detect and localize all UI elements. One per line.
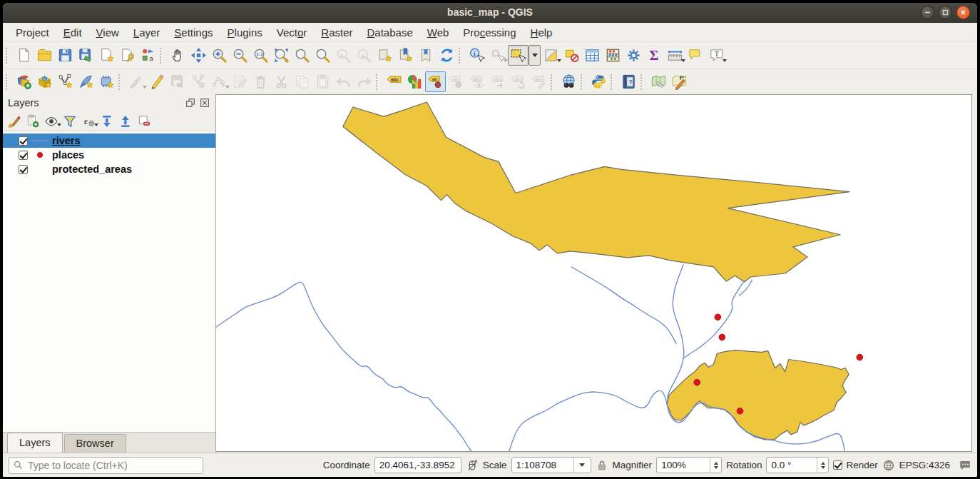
- toolbar-button-zoom-to-selection[interactable]: [292, 45, 312, 66]
- lock-scale-icon[interactable]: [596, 459, 608, 472]
- toolbar-button-zoom-out[interactable]: [230, 45, 250, 66]
- toolbar-button-zoom-native[interactable]: 1:1: [250, 45, 271, 66]
- crs-status[interactable]: EPSG:4326: [899, 460, 950, 470]
- layers-toolbar-remove-layer[interactable]: [136, 113, 153, 130]
- toolbar-button-zoom-full[interactable]: [271, 45, 292, 66]
- scale-combo[interactable]: 1:108708: [511, 457, 591, 473]
- toolbar-button-deselect-features[interactable]: [561, 45, 582, 66]
- toolbar-button-new-print-layout[interactable]: [96, 45, 117, 66]
- toolbar-button-help-contents[interactable]: ?: [618, 71, 639, 92]
- menu-view[interactable]: View: [89, 24, 126, 41]
- toolbar-button-show-hide-labels[interactable]: abc: [466, 71, 487, 92]
- toolbar-button-current-edits[interactable]: [126, 71, 147, 92]
- toolbar-button-save-project-as[interactable]: [76, 45, 96, 66]
- toolbar-button-pin-unpin-labels[interactable]: ab: [425, 71, 446, 92]
- menu-web[interactable]: Web: [420, 24, 456, 41]
- menu-raster[interactable]: Raster: [314, 24, 359, 41]
- chevron-down-icon[interactable]: [573, 458, 591, 473]
- menu-plugins[interactable]: Plugins: [220, 24, 270, 41]
- messages-icon[interactable]: [959, 459, 971, 472]
- spinner-arrows-icon[interactable]: [817, 458, 828, 473]
- toolbar-button-toggle-editing[interactable]: [147, 71, 168, 92]
- layers-toolbar-manage-map-themes[interactable]: [43, 113, 60, 130]
- minimize-button[interactable]: [921, 6, 934, 19]
- toolbar-button-undo[interactable]: [333, 71, 354, 92]
- toolbar-button-cut-features[interactable]: [271, 71, 292, 92]
- toolbar-button-save-project[interactable]: [55, 45, 76, 66]
- toolbar-button-plugin-map-tool-2[interactable]: [669, 71, 690, 92]
- toolbar-button-new-shapefile-layer[interactable]: [55, 71, 76, 92]
- toolbar-button-zoom-to-layer[interactable]: [312, 45, 333, 66]
- toolbar-button-python-console[interactable]: [588, 71, 609, 92]
- close-button[interactable]: [956, 6, 970, 19]
- toolbar-handle[interactable]: [640, 74, 646, 90]
- menu-project[interactable]: Project: [9, 24, 56, 41]
- tab-browser[interactable]: Browser: [64, 434, 126, 453]
- maximize-button[interactable]: [939, 6, 952, 19]
- toolbar-button-statistical-summary[interactable]: Σ: [644, 45, 665, 66]
- locate-input[interactable]: [9, 457, 203, 474]
- toolbar-button-open-project[interactable]: [34, 45, 55, 66]
- toolbar-button-metasearch[interactable]: [558, 71, 579, 92]
- spinner-arrows-icon[interactable]: [710, 458, 721, 473]
- layer-checkbox[interactable]: [19, 165, 28, 174]
- layers-toolbar-collapse-all[interactable]: [117, 113, 134, 130]
- menu-processing[interactable]: Processing: [456, 24, 523, 41]
- coordinate-input[interactable]: 20.4061,-33.8952: [374, 457, 461, 473]
- toolbar-button-new-virtual-layer[interactable]: [96, 71, 117, 92]
- render-checkbox[interactable]: [833, 460, 842, 470]
- toolbar-handle[interactable]: [581, 74, 586, 90]
- toolbar-button-pan-map[interactable]: [168, 45, 188, 66]
- layers-toolbar-filter-legend[interactable]: [61, 113, 78, 130]
- toolbar-button-add-feature[interactable]: [188, 71, 209, 92]
- toolbar-button-copy-features[interactable]: [292, 71, 312, 92]
- menu-edit[interactable]: Edit: [56, 24, 89, 41]
- layer-item-protected_areas[interactable]: protected_areas: [3, 162, 215, 176]
- toolbar-button-open-data-source-manager[interactable]: [14, 71, 34, 92]
- toolbar-button-new-geopackage-layer[interactable]: [34, 71, 55, 92]
- toolbar-button-text-annotation[interactable]: T: [706, 45, 727, 66]
- toolbar-button-redo[interactable]: [354, 71, 374, 92]
- toolbar-handle[interactable]: [376, 74, 382, 90]
- toolbar-button-move-label[interactable]: abc: [487, 71, 508, 92]
- map-canvas[interactable]: [216, 94, 972, 452]
- layers-toolbar-expand-all[interactable]: [98, 113, 116, 130]
- toolbar-button-zoom-in[interactable]: [209, 45, 230, 66]
- toolbar-button-delete-selected[interactable]: [250, 71, 271, 92]
- toolbar-button-plugin-map-tool-1[interactable]: [648, 71, 669, 92]
- toolbar-button-select-features-rectangle-dropdown[interactable]: [529, 45, 541, 66]
- toolbar-button-highlight-pinned-labels[interactable]: ab: [446, 71, 466, 92]
- toolbar-handle[interactable]: [459, 48, 464, 64]
- toolbar-button-open-attribute-table[interactable]: [582, 45, 603, 66]
- toolbar-handle[interactable]: [118, 74, 124, 90]
- toolbar-button-layer-labeling-options[interactable]: abc: [384, 71, 404, 92]
- toolbar-button-zoom-next[interactable]: [354, 45, 374, 66]
- menu-vector[interactable]: Vector: [270, 24, 315, 41]
- toolbar-button-show-layout-manager[interactable]: [117, 45, 138, 66]
- layer-checkbox[interactable]: [19, 136, 28, 146]
- toolbar-button-rotate-label[interactable]: abc: [508, 71, 529, 92]
- toolbar-button-new-spatial-bookmark[interactable]: [374, 45, 395, 66]
- menu-layer[interactable]: Layer: [126, 24, 168, 41]
- crs-globe-icon[interactable]: [882, 459, 895, 472]
- chevron-down-icon[interactable]: [723, 59, 727, 62]
- toolbar-button-map-tips[interactable]: [685, 45, 706, 66]
- toolbar-button-refresh-map[interactable]: [437, 45, 457, 66]
- toolbar-handle[interactable]: [551, 74, 556, 90]
- toolbar-button-style-manager[interactable]: a: [138, 45, 158, 66]
- menu-help[interactable]: Help: [524, 24, 560, 41]
- layers-toolbar-add-group[interactable]: [24, 113, 41, 130]
- toolbar-button-vertex-tool[interactable]: [209, 71, 230, 92]
- toolbar-button-select-features-by-value[interactable]: [541, 45, 561, 66]
- title-bar[interactable]: basic_map - QGIS: [3, 3, 977, 23]
- toolbar-button-change-label[interactable]: abc: [529, 71, 549, 92]
- layer-item-places[interactable]: places: [3, 148, 215, 162]
- toolbar-button-processing-toolbox[interactable]: [623, 45, 644, 66]
- toolbar-button-bookmark-manager[interactable]: [416, 45, 437, 66]
- toolbar-button-zoom-last[interactable]: [333, 45, 354, 66]
- layers-toolbar-open-layer-styling[interactable]: [6, 113, 23, 130]
- toolbar-button-open-field-calculator[interactable]: [603, 45, 623, 66]
- rotation-spinbox[interactable]: 0.0 °: [766, 457, 829, 473]
- toolbar-handle[interactable]: [160, 48, 165, 64]
- toolbar-button-paste-features[interactable]: [312, 71, 333, 92]
